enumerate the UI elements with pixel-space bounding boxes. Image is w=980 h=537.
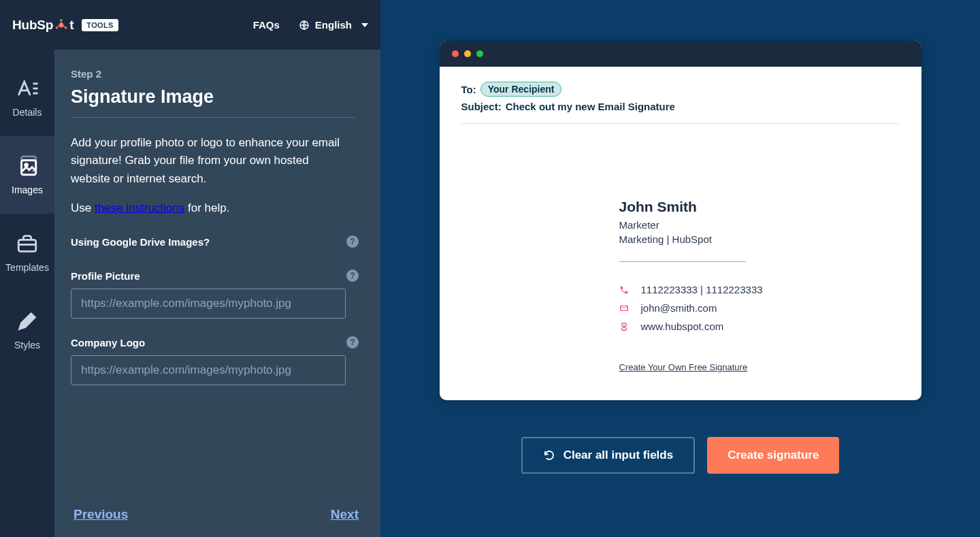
svg-rect-4 (61, 21, 62, 23)
signature-divider (619, 261, 746, 262)
svg-point-2 (65, 27, 67, 29)
panel-title: Signature Image (71, 86, 359, 108)
signature-email-row: john@smith.com (619, 302, 900, 314)
images-icon (16, 154, 39, 178)
company-logo-label: Company Logo (71, 337, 145, 348)
clear-fields-button[interactable]: Clear all input fields (521, 437, 696, 474)
next-link[interactable]: Next (331, 507, 359, 522)
link-icon (619, 322, 629, 331)
language-selector[interactable]: English (299, 19, 368, 31)
create-signature-button[interactable]: Create signature (707, 437, 839, 474)
to-label: To: (461, 84, 476, 95)
phone-icon (619, 285, 629, 295)
signature-department: Marketing | HubSpot (619, 233, 900, 245)
mail-titlebar (440, 41, 921, 67)
svg-rect-13 (18, 240, 36, 251)
profile-picture-input[interactable] (71, 289, 346, 319)
briefcase-icon (16, 232, 39, 255)
svg-rect-5 (63, 25, 65, 27)
refresh-icon (543, 449, 555, 461)
chevron-down-icon (361, 23, 368, 27)
svg-point-0 (59, 22, 64, 27)
help-icon[interactable]: ? (346, 270, 359, 282)
top-bar: HubSp t TOOLS FAQs (0, 0, 380, 50)
help-icon[interactable]: ? (346, 336, 359, 348)
globe-icon (299, 20, 310, 31)
title-divider (71, 117, 355, 118)
faqs-link[interactable]: FAQs (253, 19, 280, 31)
rail-label: Details (13, 107, 42, 118)
step-label: Step 2 (71, 68, 359, 80)
window-close-icon (452, 50, 459, 57)
step-rail: Details Images Templates Styl (0, 0, 54, 537)
mail-preview-window: To: Your Recipient Subject: Check out my… (440, 41, 921, 400)
preview-area: To: Your Recipient Subject: Check out my… (380, 0, 980, 537)
brand-name: HubSp t (12, 18, 74, 33)
window-maximize-icon (476, 50, 483, 57)
svg-rect-15 (621, 323, 626, 325)
rail-label: Templates (5, 262, 49, 273)
svg-rect-6 (57, 25, 60, 27)
rail-item-images[interactable]: Images (0, 136, 54, 214)
signature-role: Marketer (619, 219, 900, 231)
window-minimize-icon (464, 50, 471, 57)
signature-name: John Smith (619, 199, 900, 215)
rail-item-styles[interactable]: Styles (0, 291, 54, 369)
create-own-signature-link[interactable]: Create Your Own Free Signature (619, 362, 748, 372)
email-icon (619, 304, 629, 313)
previous-link[interactable]: Previous (74, 507, 128, 522)
rail-item-details[interactable]: Details (0, 59, 54, 136)
svg-rect-16 (621, 327, 626, 330)
config-panel: Step 2 Signature Image Add your profile … (54, 0, 380, 537)
svg-point-1 (61, 19, 63, 21)
company-logo-input[interactable] (71, 355, 346, 385)
help-instructions: Use these instructions for help. (71, 201, 359, 215)
profile-picture-label: Profile Picture (71, 270, 140, 282)
recipient-pill: Your Recipient (480, 82, 562, 97)
signature-phone-row: 1112223333 | 1112223333 (619, 284, 900, 295)
pencil-icon (16, 310, 39, 333)
mail-divider (461, 123, 900, 124)
help-icon[interactable]: ? (346, 235, 359, 248)
panel-description: Add your profile photo or logo to enhanc… (71, 134, 343, 188)
rail-label: Images (12, 184, 43, 195)
subject-label: Subject: (461, 101, 502, 112)
rail-label: Styles (14, 340, 40, 351)
subject-value: Check out my new Email Signature (506, 101, 675, 112)
brand-logo[interactable]: HubSp t TOOLS (12, 18, 118, 33)
gdrive-label: Using Google Drive Images? (71, 236, 210, 248)
hubspot-sprocket-icon (54, 18, 68, 32)
rail-item-templates[interactable]: Templates (0, 214, 54, 291)
svg-point-3 (56, 27, 58, 29)
text-icon (16, 77, 39, 100)
tools-badge: TOOLS (82, 19, 118, 31)
signature-website-row: www.hubspot.com (619, 321, 900, 332)
instructions-link[interactable]: these instructions (95, 201, 184, 214)
signature-block: John Smith Marketer Marketing | HubSpot … (461, 199, 900, 332)
